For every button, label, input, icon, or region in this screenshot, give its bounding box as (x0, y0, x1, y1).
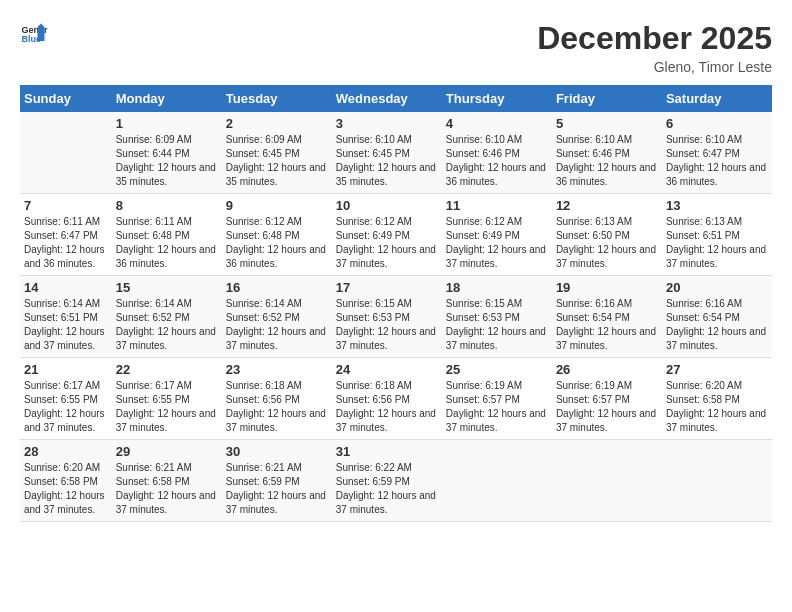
day-header-friday: Friday (552, 85, 662, 112)
calendar-cell: 20Sunrise: 6:16 AM Sunset: 6:54 PM Dayli… (662, 276, 772, 358)
day-number: 30 (226, 444, 328, 459)
calendar-cell: 18Sunrise: 6:15 AM Sunset: 6:53 PM Dayli… (442, 276, 552, 358)
day-number: 6 (666, 116, 768, 131)
day-number: 8 (116, 198, 218, 213)
day-number: 22 (116, 362, 218, 377)
day-number: 5 (556, 116, 658, 131)
calendar-cell: 12Sunrise: 6:13 AM Sunset: 6:50 PM Dayli… (552, 194, 662, 276)
day-number: 28 (24, 444, 108, 459)
calendar-cell: 7Sunrise: 6:11 AM Sunset: 6:47 PM Daylig… (20, 194, 112, 276)
day-info: Sunrise: 6:18 AM Sunset: 6:56 PM Dayligh… (226, 379, 328, 435)
day-header-thursday: Thursday (442, 85, 552, 112)
day-header-monday: Monday (112, 85, 222, 112)
day-number: 23 (226, 362, 328, 377)
calendar-cell: 3Sunrise: 6:10 AM Sunset: 6:45 PM Daylig… (332, 112, 442, 194)
calendar-cell: 4Sunrise: 6:10 AM Sunset: 6:46 PM Daylig… (442, 112, 552, 194)
calendar-cell: 1Sunrise: 6:09 AM Sunset: 6:44 PM Daylig… (112, 112, 222, 194)
day-number: 1 (116, 116, 218, 131)
day-info: Sunrise: 6:14 AM Sunset: 6:52 PM Dayligh… (116, 297, 218, 353)
day-number: 17 (336, 280, 438, 295)
calendar-cell: 23Sunrise: 6:18 AM Sunset: 6:56 PM Dayli… (222, 358, 332, 440)
day-info: Sunrise: 6:15 AM Sunset: 6:53 PM Dayligh… (336, 297, 438, 353)
location: Gleno, Timor Leste (537, 59, 772, 75)
day-number: 14 (24, 280, 108, 295)
day-info: Sunrise: 6:09 AM Sunset: 6:45 PM Dayligh… (226, 133, 328, 189)
calendar-cell: 11Sunrise: 6:12 AM Sunset: 6:49 PM Dayli… (442, 194, 552, 276)
calendar-cell: 22Sunrise: 6:17 AM Sunset: 6:55 PM Dayli… (112, 358, 222, 440)
day-number: 24 (336, 362, 438, 377)
calendar-cell: 2Sunrise: 6:09 AM Sunset: 6:45 PM Daylig… (222, 112, 332, 194)
day-number: 19 (556, 280, 658, 295)
day-number: 12 (556, 198, 658, 213)
calendar-cell: 15Sunrise: 6:14 AM Sunset: 6:52 PM Dayli… (112, 276, 222, 358)
calendar-cell: 29Sunrise: 6:21 AM Sunset: 6:58 PM Dayli… (112, 440, 222, 522)
week-row-3: 14Sunrise: 6:14 AM Sunset: 6:51 PM Dayli… (20, 276, 772, 358)
day-info: Sunrise: 6:22 AM Sunset: 6:59 PM Dayligh… (336, 461, 438, 517)
day-number: 26 (556, 362, 658, 377)
calendar-cell: 17Sunrise: 6:15 AM Sunset: 6:53 PM Dayli… (332, 276, 442, 358)
calendar-cell: 16Sunrise: 6:14 AM Sunset: 6:52 PM Dayli… (222, 276, 332, 358)
calendar-cell: 27Sunrise: 6:20 AM Sunset: 6:58 PM Dayli… (662, 358, 772, 440)
day-info: Sunrise: 6:13 AM Sunset: 6:50 PM Dayligh… (556, 215, 658, 271)
calendar-cell: 19Sunrise: 6:16 AM Sunset: 6:54 PM Dayli… (552, 276, 662, 358)
calendar-cell: 30Sunrise: 6:21 AM Sunset: 6:59 PM Dayli… (222, 440, 332, 522)
day-number: 11 (446, 198, 548, 213)
calendar-cell (442, 440, 552, 522)
day-number: 31 (336, 444, 438, 459)
day-number: 20 (666, 280, 768, 295)
week-row-2: 7Sunrise: 6:11 AM Sunset: 6:47 PM Daylig… (20, 194, 772, 276)
day-info: Sunrise: 6:16 AM Sunset: 6:54 PM Dayligh… (556, 297, 658, 353)
header-row: SundayMondayTuesdayWednesdayThursdayFrid… (20, 85, 772, 112)
calendar-cell: 6Sunrise: 6:10 AM Sunset: 6:47 PM Daylig… (662, 112, 772, 194)
calendar-table: SundayMondayTuesdayWednesdayThursdayFrid… (20, 85, 772, 522)
calendar-cell: 31Sunrise: 6:22 AM Sunset: 6:59 PM Dayli… (332, 440, 442, 522)
day-info: Sunrise: 6:09 AM Sunset: 6:44 PM Dayligh… (116, 133, 218, 189)
day-number: 2 (226, 116, 328, 131)
day-header-wednesday: Wednesday (332, 85, 442, 112)
day-number: 7 (24, 198, 108, 213)
day-number: 3 (336, 116, 438, 131)
day-info: Sunrise: 6:11 AM Sunset: 6:47 PM Dayligh… (24, 215, 108, 271)
calendar-cell (662, 440, 772, 522)
day-header-saturday: Saturday (662, 85, 772, 112)
title-block: December 2025 Gleno, Timor Leste (537, 20, 772, 75)
day-number: 29 (116, 444, 218, 459)
week-row-1: 1Sunrise: 6:09 AM Sunset: 6:44 PM Daylig… (20, 112, 772, 194)
calendar-cell (20, 112, 112, 194)
calendar-cell: 21Sunrise: 6:17 AM Sunset: 6:55 PM Dayli… (20, 358, 112, 440)
day-info: Sunrise: 6:18 AM Sunset: 6:56 PM Dayligh… (336, 379, 438, 435)
day-info: Sunrise: 6:10 AM Sunset: 6:46 PM Dayligh… (556, 133, 658, 189)
day-info: Sunrise: 6:13 AM Sunset: 6:51 PM Dayligh… (666, 215, 768, 271)
calendar-cell: 25Sunrise: 6:19 AM Sunset: 6:57 PM Dayli… (442, 358, 552, 440)
day-number: 25 (446, 362, 548, 377)
day-number: 4 (446, 116, 548, 131)
day-info: Sunrise: 6:10 AM Sunset: 6:46 PM Dayligh… (446, 133, 548, 189)
day-number: 18 (446, 280, 548, 295)
day-number: 13 (666, 198, 768, 213)
day-number: 15 (116, 280, 218, 295)
page-header: General Blue December 2025 Gleno, Timor … (20, 20, 772, 75)
day-info: Sunrise: 6:20 AM Sunset: 6:58 PM Dayligh… (24, 461, 108, 517)
day-number: 16 (226, 280, 328, 295)
calendar-cell: 8Sunrise: 6:11 AM Sunset: 6:48 PM Daylig… (112, 194, 222, 276)
day-info: Sunrise: 6:19 AM Sunset: 6:57 PM Dayligh… (446, 379, 548, 435)
calendar-cell: 13Sunrise: 6:13 AM Sunset: 6:51 PM Dayli… (662, 194, 772, 276)
day-info: Sunrise: 6:12 AM Sunset: 6:48 PM Dayligh… (226, 215, 328, 271)
calendar-cell: 10Sunrise: 6:12 AM Sunset: 6:49 PM Dayli… (332, 194, 442, 276)
calendar-cell: 28Sunrise: 6:20 AM Sunset: 6:58 PM Dayli… (20, 440, 112, 522)
day-number: 9 (226, 198, 328, 213)
logo: General Blue (20, 20, 48, 48)
calendar-cell: 9Sunrise: 6:12 AM Sunset: 6:48 PM Daylig… (222, 194, 332, 276)
day-info: Sunrise: 6:11 AM Sunset: 6:48 PM Dayligh… (116, 215, 218, 271)
day-number: 21 (24, 362, 108, 377)
day-info: Sunrise: 6:17 AM Sunset: 6:55 PM Dayligh… (24, 379, 108, 435)
day-info: Sunrise: 6:14 AM Sunset: 6:52 PM Dayligh… (226, 297, 328, 353)
day-info: Sunrise: 6:12 AM Sunset: 6:49 PM Dayligh… (446, 215, 548, 271)
day-info: Sunrise: 6:14 AM Sunset: 6:51 PM Dayligh… (24, 297, 108, 353)
month-title: December 2025 (537, 20, 772, 57)
day-info: Sunrise: 6:21 AM Sunset: 6:59 PM Dayligh… (226, 461, 328, 517)
week-row-5: 28Sunrise: 6:20 AM Sunset: 6:58 PM Dayli… (20, 440, 772, 522)
day-info: Sunrise: 6:10 AM Sunset: 6:47 PM Dayligh… (666, 133, 768, 189)
day-info: Sunrise: 6:12 AM Sunset: 6:49 PM Dayligh… (336, 215, 438, 271)
calendar-cell: 5Sunrise: 6:10 AM Sunset: 6:46 PM Daylig… (552, 112, 662, 194)
